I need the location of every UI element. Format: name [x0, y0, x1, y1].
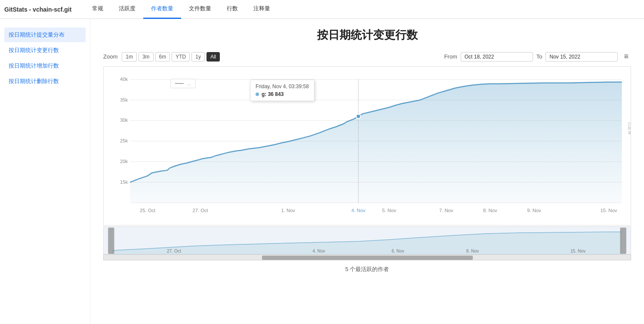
zoom-1y[interactable]: 1y — [191, 52, 205, 62]
tab-activity[interactable]: 活跃度 — [111, 0, 143, 19]
zoom-ytd[interactable]: YTD — [172, 52, 190, 62]
svg-text:30k: 30k — [120, 117, 128, 123]
bottom-label: 5 个最活跃的作者 — [103, 265, 631, 273]
to-date-input[interactable] — [545, 52, 618, 62]
zoom-right: From To ≡ — [444, 51, 631, 62]
chart-svg: 40k 35k 30k 25k 20k 15k — [104, 67, 631, 225]
svg-text:5. Nov: 5. Nov — [382, 208, 396, 213]
navigator-chart[interactable]: 27. Oct 4. Nov 6. Nov 8. Nov 15. Nov — [103, 226, 631, 254]
svg-text:9. Nov: 9. Nov — [527, 208, 541, 213]
content-area: 按日期统计变更行数 Zoom 1m 3m 6m YTD 1y All From … — [90, 19, 644, 324]
tab-lines[interactable]: 行数 — [219, 0, 246, 19]
zoom-6m[interactable]: 6m — [155, 52, 170, 62]
svg-text:7. Nov: 7. Nov — [439, 208, 453, 213]
zoom-all[interactable]: All — [206, 52, 220, 62]
svg-text:40k: 40k — [120, 77, 128, 82]
svg-text:35k: 35k — [120, 97, 128, 102]
svg-text:15k: 15k — [120, 179, 128, 185]
svg-text:15. Nov: 15. Nov — [570, 249, 586, 253]
chart-menu-icon[interactable]: ≡ — [621, 51, 631, 62]
navigator-svg: 27. Oct 4. Nov 6. Nov 8. Nov 15. Nov — [104, 227, 631, 255]
tab-comments[interactable]: 注释量 — [246, 0, 278, 19]
legend-line — [175, 83, 184, 84]
sidebar: 按日期统计提交量分布 按日期统计变更行数 按日期统计增加行数 按日期统计删除行数 — [0, 19, 90, 324]
svg-text:4. Nov: 4. Nov — [351, 208, 366, 213]
svg-rect-28 — [620, 228, 626, 254]
svg-text:4. Nov: 4. Nov — [312, 249, 325, 253]
sidebar-item-additions[interactable]: 按日期统计增加行数 — [4, 59, 86, 73]
svg-text:1. Nov: 1. Nov — [281, 208, 296, 213]
svg-text:8. Nov: 8. Nov — [483, 208, 497, 213]
zoom-1m[interactable]: 1m — [122, 52, 137, 62]
legend-label: ... — [187, 81, 191, 86]
app-title: GitStats - vchain-scf.git — [4, 6, 71, 13]
sidebar-item-deletions[interactable]: 按日期统计删除行数 — [4, 74, 86, 89]
page-title: 按日期统计变更行数 — [103, 28, 631, 43]
svg-text:已选: 已选 — [628, 122, 631, 130]
scrollbar-thumb[interactable] — [262, 256, 473, 260]
chart-legend: ... — [170, 79, 196, 88]
zoom-3m[interactable]: 3m — [139, 52, 154, 62]
tab-normal[interactable]: 常规 — [84, 0, 111, 19]
svg-text:27. Oct: 27. Oct — [167, 249, 181, 253]
main-layout: 按日期统计提交量分布 按日期统计变更行数 按日期统计增加行数 按日期统计删除行数… — [0, 19, 644, 324]
svg-text:25. Oct: 25. Oct — [140, 208, 155, 213]
svg-text:8. Nov: 8. Nov — [466, 249, 479, 253]
sidebar-item-commits[interactable]: 按日期统计提交量分布 — [4, 28, 86, 42]
svg-text:27. Oct: 27. Oct — [192, 208, 208, 213]
top-navigation: GitStats - vchain-scf.git 常规 活跃度 作者数量 文件… — [0, 0, 644, 19]
svg-point-14 — [356, 114, 361, 118]
zoom-label: Zoom — [103, 53, 117, 60]
tab-authors[interactable]: 作者数量 — [143, 0, 181, 19]
main-chart: 40k 35k 30k 25k 20k 15k — [103, 66, 631, 225]
svg-text:15. Nov: 15. Nov — [601, 208, 617, 213]
svg-text:6. Nov: 6. Nov — [391, 249, 404, 253]
svg-text:20k: 20k — [120, 159, 128, 164]
from-label: From — [444, 53, 457, 60]
scrollbar[interactable] — [103, 254, 631, 260]
tab-files[interactable]: 文件数量 — [181, 0, 219, 19]
svg-rect-27 — [108, 228, 114, 254]
from-date-input[interactable] — [461, 52, 533, 62]
to-label: To — [536, 53, 542, 60]
svg-text:择: 择 — [628, 131, 631, 135]
sidebar-item-changes[interactable]: 按日期统计变更行数 — [4, 43, 86, 58]
svg-text:25k: 25k — [120, 138, 128, 143]
zoom-left: Zoom 1m 3m 6m YTD 1y All — [103, 52, 220, 62]
zoom-controls: Zoom 1m 3m 6m YTD 1y All From To ≡ — [103, 51, 631, 62]
